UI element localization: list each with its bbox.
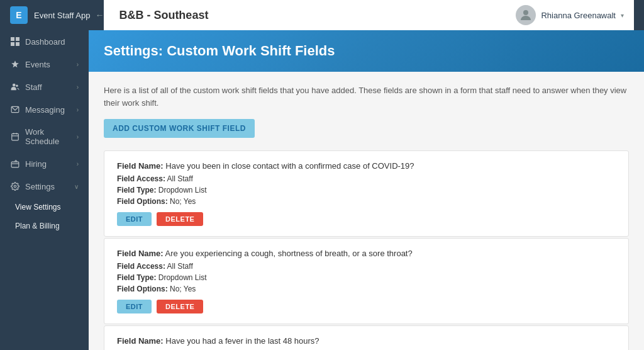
mail-icon	[10, 104, 20, 115]
svg-rect-3	[11, 42, 14, 46]
chevron-right-icon: ›	[77, 84, 79, 91]
field-options: Field Options: No; Yes	[117, 197, 616, 206]
grid-icon	[10, 37, 20, 47]
svg-point-7	[16, 85, 18, 88]
user-dropdown-icon[interactable]: ▾	[621, 12, 624, 19]
svg-point-0	[523, 10, 528, 15]
field-actions: EDIT DELETE	[117, 212, 616, 226]
sidebar-item-settings-label: Settings	[25, 182, 69, 191]
sidebar-item-messaging[interactable]: Messaging ›	[0, 98, 89, 121]
sidebar-item-hiring[interactable]: Hiring ›	[0, 152, 89, 175]
chevron-right-icon: ›	[77, 106, 79, 113]
sidebar-item-dashboard-label: Dashboard	[25, 37, 79, 47]
sidebar-item-hiring-label: Hiring	[25, 159, 72, 169]
field-card: Field Name: Have you been in close conta…	[104, 150, 629, 237]
sidebar-toggle-icon[interactable]: ←	[95, 10, 104, 20]
briefcase-icon	[10, 159, 20, 169]
page-header: Settings: Custom Work Shift Fields	[89, 30, 644, 72]
sidebar-sub-item-plan-billing[interactable]: Plan & Billing	[0, 217, 89, 235]
field-actions: EDIT DELETE	[117, 300, 616, 313]
add-custom-field-button[interactable]: ADD CUSTOM WORK SHIFT FIELD	[104, 119, 255, 138]
field-type: Field Type: Dropdown List	[117, 273, 616, 282]
field-card: Field Name: Are you experiencing a cough…	[104, 238, 629, 324]
sidebar-item-staff[interactable]: Staff ›	[0, 76, 89, 98]
field-name-text: Field Name: Are you experiencing a cough…	[117, 249, 616, 258]
svg-rect-13	[11, 162, 19, 167]
main-area: Settings: Custom Work Shift Fields Here …	[89, 30, 644, 350]
sidebar-item-work-schedule-label: Work Schedule	[25, 127, 72, 146]
field-name-text: Field Name: Have you been in close conta…	[117, 161, 616, 171]
sidebar-item-events-label: Events	[25, 60, 72, 69]
app-name: Event Staff App	[34, 11, 90, 20]
page-header-title: Settings: Custom Work Shift Fields	[104, 43, 629, 59]
content-area: Here is a list of all of the custom work…	[89, 72, 644, 350]
sidebar-item-dashboard[interactable]: Dashboard	[0, 30, 89, 53]
people-icon	[10, 82, 20, 92]
field-name-text: Field Name: Have you had a fever in the …	[117, 336, 616, 346]
edit-button[interactable]: EDIT	[117, 212, 152, 226]
topbar-user-area: Rhianna Greenawalt ▾	[506, 0, 634, 30]
sidebar-sub-item-view-settings[interactable]: View Settings	[0, 198, 89, 217]
page-title: B&B - Southeast	[104, 0, 506, 30]
svg-point-6	[13, 84, 16, 87]
calendar-icon	[10, 132, 20, 142]
app-logo: E	[10, 6, 28, 24]
avatar	[516, 5, 536, 25]
sidebar-sub-item-plan-billing-label: Plan & Billing	[15, 222, 60, 230]
field-type: Field Type: Dropdown List	[117, 186, 616, 195]
svg-marker-5	[11, 60, 19, 67]
sidebar-item-staff-label: Staff	[25, 82, 72, 92]
chevron-right-icon: ›	[77, 133, 79, 140]
svg-rect-2	[16, 37, 19, 41]
field-card: Field Name: Have you had a fever in the …	[104, 325, 629, 350]
sidebar-item-messaging-label: Messaging	[25, 105, 72, 115]
chevron-right-icon: ›	[77, 161, 79, 167]
svg-point-15	[14, 185, 16, 188]
delete-button[interactable]: DELETE	[157, 300, 203, 313]
sidebar-sub-item-view-settings-label: View Settings	[15, 203, 61, 212]
svg-rect-9	[12, 133, 19, 140]
chevron-right-icon: ›	[77, 61, 79, 68]
user-name: Rhianna Greenawalt	[541, 11, 616, 20]
field-options: Field Options: No; Yes	[117, 285, 616, 293]
delete-button[interactable]: DELETE	[157, 212, 203, 226]
gear-icon	[10, 181, 20, 191]
star-icon	[10, 59, 20, 69]
svg-rect-4	[16, 42, 19, 46]
topbar: E Event Staff App ← B&B - Southeast Rhia…	[0, 0, 644, 30]
sidebar: Dashboard Events › Staff ›	[0, 30, 89, 350]
field-access: Field Access: All Staff	[117, 174, 616, 183]
edit-button[interactable]: EDIT	[117, 300, 152, 313]
sidebar-item-work-schedule[interactable]: Work Schedule ›	[0, 121, 89, 152]
svg-rect-1	[11, 37, 14, 41]
layout: Dashboard Events › Staff ›	[0, 30, 644, 350]
field-cards-list: Field Name: Have you been in close conta…	[104, 150, 629, 350]
content-description: Here is a list of all of the custom work…	[104, 84, 629, 109]
field-access: Field Access: All Staff	[117, 262, 616, 271]
sidebar-item-settings[interactable]: Settings ∨	[0, 175, 89, 198]
chevron-down-icon: ∨	[74, 183, 79, 190]
sidebar-item-events[interactable]: Events ›	[0, 53, 89, 76]
